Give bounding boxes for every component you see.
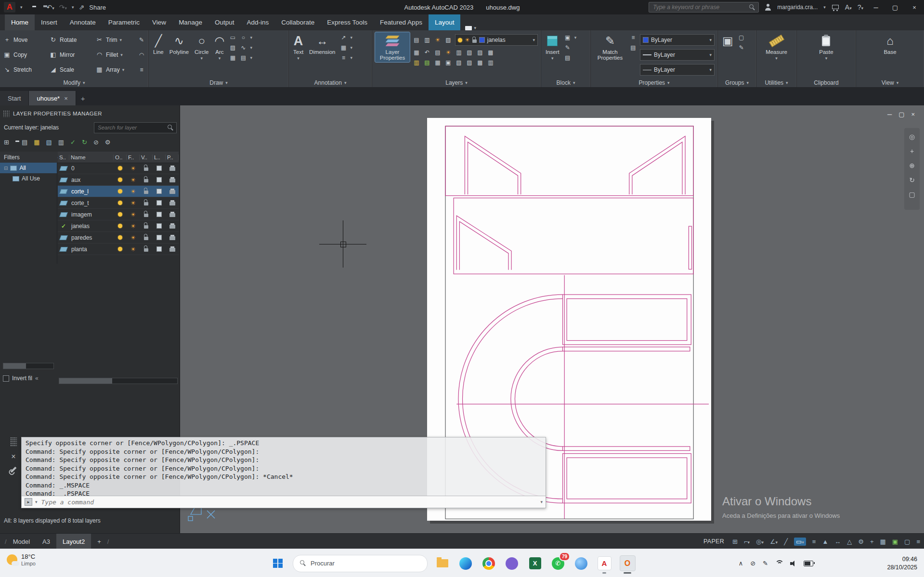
grid-scrollbar[interactable] — [59, 378, 178, 384]
layer-plot-toggle[interactable] — [166, 189, 179, 194]
tab-layout2[interactable]: Layout2 — [56, 534, 91, 549]
region-icon[interactable]: ▤ — [239, 54, 247, 61]
workspace-gear-icon[interactable]: ⚙ — [858, 538, 864, 545]
column-header-f-[interactable]: F.. — [127, 154, 140, 160]
group-edit-icon[interactable]: ✎ — [738, 44, 745, 51]
rectangle-icon[interactable]: ▭ — [229, 34, 236, 41]
do-not-disturb-icon[interactable]: ⊘ — [750, 560, 755, 567]
layer-match-icon[interactable]: ▦ — [413, 49, 420, 56]
ellipse-icon[interactable]: ○ — [239, 34, 247, 41]
draw-panel-label[interactable]: Draw▾ — [149, 78, 288, 87]
layer-freeze-toggle[interactable]: ☀ — [127, 246, 140, 252]
layer-plot-toggle[interactable] — [166, 223, 179, 229]
layer-lock-toggle[interactable] — [140, 189, 153, 194]
modify-panel-label[interactable]: Modify▾ — [0, 78, 148, 87]
layer-plot-toggle[interactable] — [166, 200, 179, 205]
layer-color-swatch[interactable] — [153, 212, 166, 217]
annotation-extra-icon[interactable]: ≡ — [339, 54, 347, 61]
lineweight-icon[interactable]: ≡ — [812, 538, 816, 545]
help-search-input[interactable] — [652, 3, 746, 11]
layer-on-toggle[interactable] — [114, 224, 127, 228]
utilities-panel-label[interactable]: Utilities▾ — [756, 78, 796, 87]
rotate-button[interactable]: ↻Rotate — [49, 36, 95, 43]
tab-model[interactable]: Model — [7, 534, 36, 549]
explode-icon[interactable]: ◠ — [138, 51, 145, 58]
new-layout-button[interactable]: + — [91, 534, 107, 549]
layer-thaw2-icon[interactable]: ▤ — [423, 59, 431, 66]
command-grip-icon[interactable] — [10, 437, 17, 447]
tray-chevron-icon[interactable]: ∧ — [739, 560, 743, 567]
refresh-icon[interactable]: ↻ — [82, 139, 87, 146]
layer-color-swatch[interactable] — [153, 189, 166, 194]
set-current-icon[interactable]: ✓ — [70, 139, 76, 146]
layer-on2-icon[interactable]: ▥ — [413, 59, 420, 66]
doc-restore-icon[interactable]: ▢ — [898, 111, 904, 118]
zoom-icon[interactable]: ⊕ — [909, 162, 915, 169]
properties-list-icon[interactable]: ≡ — [629, 34, 637, 41]
text-button[interactable]: AText▾ — [292, 32, 305, 62]
isolate-icon[interactable]: ⊘ — [93, 139, 99, 146]
linetype-select[interactable]: ByLayer▾ — [640, 49, 715, 61]
column-header-p-[interactable]: P.. — [166, 154, 179, 160]
pen-icon[interactable]: ✎ — [763, 560, 768, 567]
autoscale-icon[interactable]: ↔ — [834, 538, 841, 545]
layer-color-swatch[interactable] — [153, 223, 166, 229]
doc-minimize-icon[interactable]: ─ — [887, 111, 892, 118]
layer-merge-icon[interactable]: ▥ — [455, 49, 463, 56]
customize-wrench-icon[interactable] — [11, 467, 17, 473]
app-icon-excel[interactable]: X — [527, 553, 543, 574]
annotation-monitor-icon[interactable]: + — [870, 538, 874, 545]
layer-states-icon[interactable]: ▤ — [22, 139, 27, 146]
volume-icon[interactable] — [790, 560, 796, 566]
app-icon-purple[interactable] — [504, 553, 520, 574]
layer-search-box[interactable] — [94, 122, 177, 133]
measure-button[interactable]: Measure▾ — [764, 32, 789, 62]
layer-on-toggle[interactable] — [114, 189, 127, 193]
tree-expander-icon[interactable]: ⊟ — [4, 166, 8, 171]
new-layer-icon[interactable]: ▦ — [34, 139, 39, 146]
command-window[interactable]: Specify opposite corner or [Fence/WPolyg… — [21, 437, 546, 508]
wifi-icon[interactable] — [775, 560, 783, 566]
ribbon-tab-manage[interactable]: Manage — [172, 14, 208, 30]
layer-row-aux[interactable]: aux☀ — [58, 174, 179, 186]
layer-lock-toggle[interactable] — [140, 235, 153, 240]
annotation-panel-label[interactable]: Annotation▾ — [289, 78, 372, 87]
settings-gear-icon[interactable]: ⚙ — [105, 139, 111, 146]
object-color-select[interactable]: ByLayer▾ — [640, 34, 715, 46]
layer-on-toggle[interactable] — [114, 178, 127, 182]
orbit-icon[interactable]: ↻ — [909, 176, 915, 184]
erase-icon[interactable]: ✎ — [138, 37, 145, 43]
layer-lock-toggle[interactable] — [140, 246, 153, 252]
doc-close-icon[interactable]: × — [911, 111, 915, 118]
ribbon-tab-view[interactable]: View — [146, 14, 172, 30]
column-header-s-[interactable]: S.. — [58, 154, 69, 160]
palette-grip-icon[interactable] — [3, 110, 10, 117]
palette-title-bar[interactable]: LAYER PROPERTIES MANAGER — [3, 108, 177, 119]
user-avatar-icon[interactable] — [765, 4, 771, 11]
command-close-icon[interactable]: × — [11, 452, 15, 461]
app-icon-autocad[interactable]: A — [596, 553, 612, 574]
quick-access-dropdown-icon[interactable]: ▾ — [72, 5, 74, 10]
layer-row-imagem[interactable]: imagem☀ — [58, 209, 179, 220]
layer-color-swatch[interactable] — [153, 200, 166, 205]
layer-lock2-icon[interactable]: ▨ — [476, 49, 484, 56]
command-input[interactable] — [40, 498, 538, 506]
trim-button[interactable]: ✂Trim▾ — [95, 36, 138, 43]
point-icon[interactable]: ▦ — [229, 54, 236, 61]
ribbon-tab-insert[interactable]: Insert — [35, 14, 64, 30]
close-tab-icon[interactable]: × — [64, 95, 68, 102]
layer-lock-toggle[interactable] — [140, 177, 153, 182]
hatch-icon[interactable]: ▨ — [229, 44, 236, 51]
column-header-name[interactable]: Name — [69, 154, 114, 160]
ribbon-tab-collaborate[interactable]: Collaborate — [275, 14, 321, 30]
stretch-button[interactable]: ↘Stretch — [3, 66, 49, 73]
layer-row-paredes[interactable]: paredes☀ — [58, 232, 179, 244]
help-icon[interactable]: ?▾ — [858, 4, 863, 11]
layer-lock-toggle[interactable] — [140, 223, 153, 229]
weather-widget[interactable]: 18°CLimpo — [7, 553, 36, 566]
group-button[interactable]: ▣ — [721, 32, 735, 50]
new-tab-button[interactable]: + — [81, 94, 85, 103]
share-icon[interactable]: ⇗ — [79, 4, 85, 11]
taskbar-search[interactable]: Procurar — [293, 555, 428, 572]
layer-color-swatch[interactable] — [153, 246, 166, 252]
